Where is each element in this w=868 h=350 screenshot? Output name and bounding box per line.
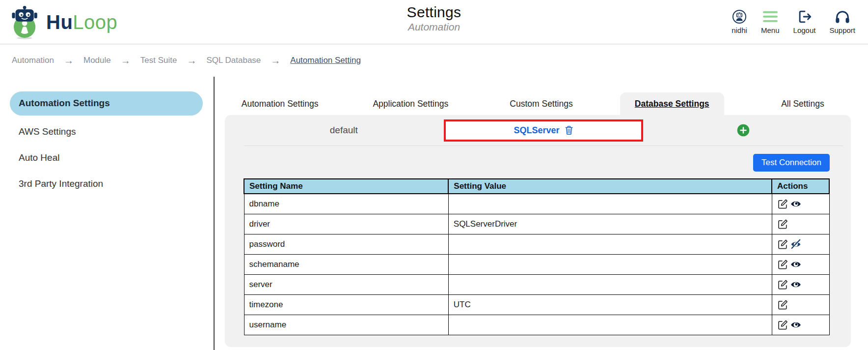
breadcrumb: Automation→Module→Test Suite→SQL Databas… xyxy=(0,44,868,77)
breadcrumb-item-automation[interactable]: Automation xyxy=(12,56,54,65)
eye-icon[interactable] xyxy=(790,320,801,330)
setting-value-cell: UTC xyxy=(448,294,772,315)
breadcrumb-item-test-suite[interactable]: Test Suite xyxy=(140,56,177,65)
tab-database-settings[interactable]: Database Settings xyxy=(607,92,737,115)
table-row-dbname: dbname xyxy=(244,194,829,214)
actions-cell xyxy=(772,274,829,294)
edit-icon[interactable] xyxy=(777,279,788,290)
sidebar-item-aws-settings[interactable]: AWS Settings xyxy=(0,120,203,144)
setting-name-cell: timezone xyxy=(244,294,448,315)
column-header-setting-name: Setting Name xyxy=(244,179,448,194)
profile-tab-sqlserver[interactable]: SQLServer xyxy=(514,125,559,136)
setting-value-cell xyxy=(448,254,772,274)
tab-custom-settings[interactable]: Custom Settings xyxy=(476,92,606,115)
tab-automation-settings[interactable]: Automation Settings xyxy=(215,92,345,115)
trash-icon[interactable] xyxy=(565,125,573,135)
user-avatar-icon xyxy=(732,9,747,24)
huloop-logo[interactable]: HuLoop xyxy=(10,4,117,40)
breadcrumb-arrow-icon: → xyxy=(271,56,280,65)
table-row-timezone: timezoneUTC xyxy=(244,294,829,315)
actions-cell xyxy=(772,194,829,214)
huloop-logo-text: HuLoop xyxy=(46,12,117,32)
app-header: HuLoop Settings Automation nidhiMenuLogo… xyxy=(0,0,868,44)
database-settings-panel: default SQLServer xyxy=(225,115,851,347)
edit-icon[interactable] xyxy=(777,259,788,270)
menu-label: Menu xyxy=(761,26,780,34)
profile-row: default SQLServer xyxy=(244,115,843,146)
edit-icon[interactable] xyxy=(777,199,788,209)
column-header-actions: Actions xyxy=(772,179,829,194)
eye-icon[interactable] xyxy=(790,259,801,270)
logout-icon xyxy=(797,9,813,24)
settings-tabs: Automation SettingsApplication SettingsC… xyxy=(215,92,868,115)
support-label: Support xyxy=(829,26,855,34)
breadcrumb-arrow-icon: → xyxy=(121,56,131,65)
header-title-block: Settings Automation xyxy=(336,4,532,33)
test-connection-button[interactable]: Test Connection xyxy=(753,154,830,172)
table-row-schemaname: schemaname xyxy=(244,254,829,274)
settings-table-wrap: Setting NameSetting ValueActions dbnamed… xyxy=(244,178,830,335)
user-label: nidhi xyxy=(732,26,747,34)
eye-slash-icon[interactable] xyxy=(790,239,801,250)
add-profile-button[interactable] xyxy=(737,124,750,137)
huloop-robot-icon xyxy=(10,5,40,40)
app-root: HuLoop Settings Automation nidhiMenuLogo… xyxy=(0,0,868,350)
support-button[interactable]: Support xyxy=(829,9,855,34)
setting-name-cell: schemaname xyxy=(244,254,448,274)
sidebar: Automation SettingsAWS SettingsAuto Heal… xyxy=(0,77,215,350)
headphones-icon xyxy=(835,9,850,24)
actions-cell xyxy=(772,234,829,254)
setting-value-cell: SQLServerDriver xyxy=(448,214,772,234)
breadcrumb-item-module[interactable]: Module xyxy=(83,56,111,65)
actions-cell xyxy=(772,254,829,274)
user-button[interactable]: nidhi xyxy=(732,9,747,34)
sidebar-item-automation-settings[interactable]: Automation Settings xyxy=(10,91,203,116)
plus-icon xyxy=(737,124,750,137)
actions-cell xyxy=(772,294,829,315)
edit-icon[interactable] xyxy=(777,299,788,310)
header-actions: nidhiMenuLogoutSupport xyxy=(732,9,855,34)
tab-all-settings[interactable]: All Settings xyxy=(737,92,868,115)
hamburger-menu-icon xyxy=(762,9,778,24)
breadcrumb-item-sql-database[interactable]: SQL Database xyxy=(206,56,261,65)
page-title: Settings xyxy=(336,4,532,21)
main-content: Automation SettingsApplication SettingsC… xyxy=(215,77,868,350)
selected-profile-highlight-box: SQLServer xyxy=(444,119,644,142)
setting-name-cell: dbname xyxy=(244,194,448,214)
table-row-server: server xyxy=(244,274,829,294)
breadcrumb-arrow-icon: → xyxy=(187,56,196,65)
sidebar-item-auto-heal[interactable]: Auto Heal xyxy=(0,146,203,170)
setting-value-cell xyxy=(448,234,772,254)
table-row-password: password xyxy=(244,234,829,254)
table-row-username: username xyxy=(244,315,829,335)
menu-button[interactable]: Menu xyxy=(761,9,780,34)
eye-icon[interactable] xyxy=(790,279,801,290)
content-row: Automation SettingsAWS SettingsAuto Heal… xyxy=(0,77,868,350)
table-row-driver: driverSQLServerDriver xyxy=(244,214,829,234)
tab-application-settings[interactable]: Application Settings xyxy=(345,92,476,115)
actions-cell xyxy=(772,315,829,335)
setting-value-cell xyxy=(448,315,772,335)
setting-value-cell xyxy=(448,274,772,294)
test-connection-row: Test Connection xyxy=(225,146,851,172)
setting-value-cell xyxy=(448,194,772,214)
setting-name-cell: password xyxy=(244,234,448,254)
profile-tab-default[interactable]: default xyxy=(330,125,358,136)
edit-icon[interactable] xyxy=(777,320,788,330)
eye-icon[interactable] xyxy=(790,199,801,209)
setting-name-cell: username xyxy=(244,315,448,335)
logout-label: Logout xyxy=(793,26,816,34)
breadcrumb-arrow-icon: → xyxy=(64,56,74,65)
edit-icon[interactable] xyxy=(777,239,788,250)
settings-table: Setting NameSetting ValueActions dbnamed… xyxy=(244,178,830,335)
edit-icon[interactable] xyxy=(777,219,788,230)
setting-name-cell: driver xyxy=(244,214,448,234)
actions-cell xyxy=(772,214,829,234)
sidebar-item-3rd-party-integration[interactable]: 3rd Party Integration xyxy=(0,173,203,196)
setting-name-cell: server xyxy=(244,274,448,294)
page-subtitle: Automation xyxy=(336,21,532,33)
breadcrumb-item-automation-setting[interactable]: Automation Setting xyxy=(290,56,361,65)
column-header-setting-value: Setting Value xyxy=(448,179,772,194)
logout-button[interactable]: Logout xyxy=(793,9,816,34)
